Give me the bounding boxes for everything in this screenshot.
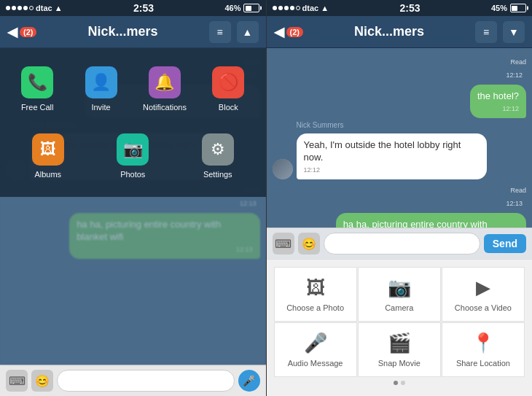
photos-label: Photos xyxy=(120,170,145,179)
right-msg-row-1: the hotel? 12:12 xyxy=(273,85,527,118)
left-msg-row-3: ha ha, picturing entire country with bla… xyxy=(6,213,260,259)
wifi-icon: ▲ xyxy=(55,4,63,12)
left-status-right: 46% xyxy=(224,4,259,12)
left-keyboard-button[interactable]: ⌨ xyxy=(6,370,28,392)
free-call-icon: 📞 xyxy=(21,66,53,98)
notifications-icon: 🔔 xyxy=(149,66,181,98)
r-dot4 xyxy=(290,6,294,10)
left-collapse-button[interactable]: ▲ xyxy=(237,21,259,43)
right-keyboard-button[interactable]: ⌨ xyxy=(273,233,294,255)
right-collapse-button[interactable]: ▼ xyxy=(503,21,525,43)
right-battery-fill xyxy=(512,6,517,11)
left-msg-text-3: ha ha, picturing entire country with bla… xyxy=(77,219,221,243)
choose-video-icon: ▶ xyxy=(476,276,490,299)
right-time-2: 12:12 xyxy=(304,166,480,174)
dot4 xyxy=(23,6,28,10)
right-read-label-1: Read12:12 xyxy=(506,58,526,79)
left-status-bar: dtac ▲ 2:53 46% xyxy=(0,0,266,16)
settings-icon: ⚙ xyxy=(202,133,234,166)
r-dot1 xyxy=(273,6,277,10)
invite-icon: 👤 xyxy=(85,66,117,98)
right-bubble-2: Yeah, I'm outside the hotel lobby right … xyxy=(297,133,487,179)
invite-label: Invite xyxy=(91,103,110,112)
right-panel: dtac ▲ 2:53 45% ◀ (2) Nick...mers ≡ ▼ xyxy=(267,0,533,396)
right-read-label-3: Read12:13 xyxy=(506,187,526,207)
r-dot3 xyxy=(284,6,289,10)
menu-item-block[interactable]: 🚫 Block xyxy=(198,59,258,119)
choose-video-label: Choose a Video xyxy=(455,303,512,312)
right-wifi-icon: ▲ xyxy=(321,4,329,12)
attach-audio-message[interactable]: 🎤 Audio Message xyxy=(274,322,357,377)
right-messages-area: Read12:12 the hotel? 12:12 Nick Summers … xyxy=(267,48,533,228)
right-msg-text-2: Yeah, I'm outside the hotel lobby right … xyxy=(304,139,461,163)
left-back-button[interactable]: ◀ (2) xyxy=(7,24,36,40)
right-time-1: 12:12 xyxy=(477,104,519,113)
left-emoji-button[interactable]: 😊 xyxy=(31,370,53,392)
left-time: 2:53 xyxy=(133,2,154,14)
snap-movie-label: Snap Movie xyxy=(378,359,420,368)
share-location-icon: 📍 xyxy=(472,332,495,354)
menu-item-invite[interactable]: 👤 Invite xyxy=(71,59,130,119)
right-menu-icon: ≡ xyxy=(483,26,489,38)
left-bubble-3: ha ha, picturing entire country with bla… xyxy=(69,213,259,259)
right-msg-row-3: ha ha, picturing entire country with bla… xyxy=(273,213,527,228)
snap-movie-icon: 🎬 xyxy=(388,332,411,354)
right-bubble-1: the hotel? 12:12 xyxy=(470,85,526,118)
menu-item-albums[interactable]: 🖼 Albums xyxy=(7,126,89,186)
right-back-arrow-icon: ◀ xyxy=(274,24,284,40)
menu-row1: 📞 Free Call 👤 Invite 🔔 Notifications 🚫 B… xyxy=(7,59,259,119)
attach-camera[interactable]: 📷 Camera xyxy=(358,267,441,322)
dot3 xyxy=(17,6,22,10)
right-time: 2:53 xyxy=(399,2,420,14)
right-status-left: dtac ▲ xyxy=(273,4,329,12)
right-menu-button[interactable]: ≡ xyxy=(475,21,497,43)
r-dot5 xyxy=(296,6,300,10)
right-msg-text-1: the hotel? xyxy=(477,90,519,101)
right-header-title: Nick...mers xyxy=(303,24,475,39)
attach-share-location[interactable]: 📍 Share Location xyxy=(442,322,525,377)
share-location-label: Share Location xyxy=(456,359,510,368)
attach-snap-movie[interactable]: 🎬 Snap Movie xyxy=(358,322,441,377)
right-text-input[interactable] xyxy=(324,233,480,255)
left-carrier: dtac xyxy=(36,4,52,12)
choose-photo-label: Choose a Photo xyxy=(286,303,344,312)
left-battery-pct: 46% xyxy=(224,4,240,12)
right-chat-header: ◀ (2) Nick...mers ≡ ▼ xyxy=(267,16,533,48)
left-menu-button[interactable]: ≡ xyxy=(209,21,231,43)
menu-item-notifications[interactable]: 🔔 Notifications xyxy=(135,59,195,119)
camera-label: Camera xyxy=(385,303,413,312)
notifications-label: Notifications xyxy=(143,103,187,112)
left-battery-icon xyxy=(243,4,259,12)
right-avatar-2 xyxy=(273,159,293,179)
attach-choose-video[interactable]: ▶ Choose a Video xyxy=(442,267,525,322)
right-collapse-icon: ▼ xyxy=(509,26,519,38)
left-header-icons: ≡ ▲ xyxy=(209,21,259,43)
choose-photo-icon: 🖼 xyxy=(306,276,325,299)
left-input-bar: ⌨ 😊 🎤 xyxy=(0,365,266,396)
collapse-icon: ▲ xyxy=(243,26,253,38)
right-send-button[interactable]: Send xyxy=(484,234,526,253)
dot5 xyxy=(29,6,34,10)
left-mic-button[interactable]: 🎤 xyxy=(238,370,260,392)
free-call-label: Free Call xyxy=(21,103,54,112)
left-header-title: Nick...mers xyxy=(36,24,208,39)
menu-item-photos[interactable]: 📷 Photos xyxy=(93,126,174,186)
right-input-bar: ⌨ 😊 Send xyxy=(267,228,533,259)
attach-choose-photo[interactable]: 🖼 Choose a Photo xyxy=(274,267,357,322)
right-header-icons: ≡ ▼ xyxy=(475,21,525,43)
right-msg-row-2: Yeah, I'm outside the hotel lobby right … xyxy=(273,133,527,179)
send-label: Send xyxy=(493,238,517,249)
right-back-button[interactable]: ◀ (2) xyxy=(274,24,303,40)
page-dot-1 xyxy=(394,381,398,385)
page-indicator xyxy=(274,377,525,389)
block-label: Block xyxy=(219,103,238,112)
dot1 xyxy=(6,6,10,10)
r-dot2 xyxy=(278,6,283,10)
left-battery-fill xyxy=(246,6,251,11)
right-emoji-button[interactable]: 😊 xyxy=(298,233,320,255)
menu-item-free-call[interactable]: 📞 Free Call xyxy=(7,59,67,119)
menu-item-settings[interactable]: ⚙ Settings xyxy=(177,126,259,186)
attachment-panel: 🖼 Choose a Photo 📷 Camera ▶ Choose a Vid… xyxy=(267,259,533,396)
left-text-input[interactable] xyxy=(57,370,235,392)
left-time-3: 12:13 xyxy=(77,245,252,254)
